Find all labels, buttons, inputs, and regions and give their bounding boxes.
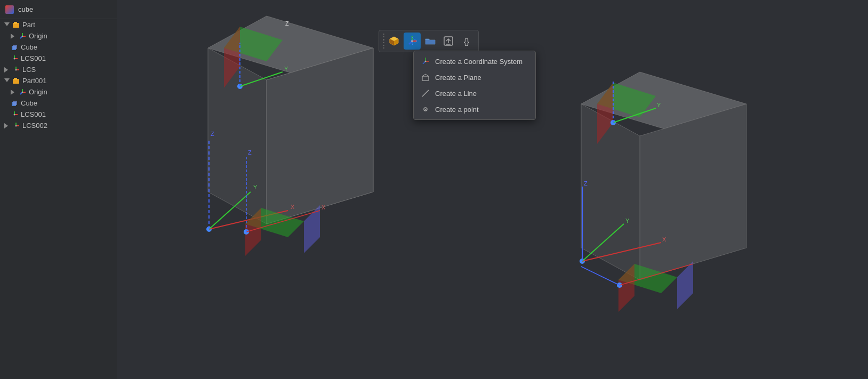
tree-item-cube2[interactable]: Cube bbox=[0, 98, 117, 109]
tree-label-lcs001: LCS001 bbox=[21, 54, 46, 62]
tree-label-origin1: Origin bbox=[29, 32, 47, 40]
svg-text:Z: Z bbox=[285, 20, 289, 27]
menu-item-create-point[interactable]: Create a point bbox=[414, 101, 535, 117]
menu-label-create-plane: Create a Plane bbox=[435, 74, 481, 82]
tree-label-part001: Part001 bbox=[22, 77, 47, 85]
expand-arrow-origin bbox=[11, 34, 16, 39]
tree-item-part[interactable]: Part bbox=[0, 19, 117, 30]
app-title: cube bbox=[18, 5, 33, 13]
menu-item-create-line[interactable]: Create a Line bbox=[414, 85, 535, 101]
origin-icon bbox=[19, 33, 26, 40]
menu-label-create-coord-system: Create a Coordinate System bbox=[435, 58, 523, 66]
svg-rect-7 bbox=[13, 45, 17, 49]
tree-label-origin2: Origin bbox=[29, 88, 47, 96]
cube-icon-2 bbox=[11, 100, 18, 107]
tree-item-origin2[interactable]: Origin bbox=[0, 86, 117, 98]
svg-text:Y: Y bbox=[625, 217, 630, 224]
tree-label-part: Part bbox=[22, 21, 35, 29]
menu-label-create-point: Create a point bbox=[435, 106, 479, 114]
export-toolbar-icon bbox=[443, 35, 454, 47]
svg-point-13 bbox=[15, 69, 17, 70]
tree-item-cube1[interactable]: Cube bbox=[0, 42, 117, 53]
part-toolbar-icon bbox=[388, 35, 400, 47]
svg-text:Y: Y bbox=[284, 66, 288, 72]
expand-arrow-origin2 bbox=[11, 90, 16, 95]
coord-system-menu-icon bbox=[421, 57, 430, 66]
part001-icon bbox=[12, 77, 20, 85]
svg-text:Z: Z bbox=[248, 149, 252, 156]
toolbar-lcs-button[interactable] bbox=[404, 33, 421, 50]
svg-point-27 bbox=[15, 125, 17, 126]
toolbar-folder-button[interactable] bbox=[422, 33, 439, 50]
expand-arrow-lcs002 bbox=[4, 123, 10, 128]
lcs-tree-icon bbox=[12, 66, 20, 74]
tree-item-lcs001b[interactable]: LCS001 bbox=[0, 109, 117, 120]
toolbar-part-button[interactable] bbox=[385, 33, 403, 50]
tree-item-lcs002[interactable]: LCS002 bbox=[0, 120, 117, 131]
point-menu-icon bbox=[421, 105, 430, 114]
svg-line-96 bbox=[422, 90, 429, 96]
menu-item-create-plane[interactable]: Create a Plane bbox=[414, 69, 535, 85]
lcs-toolbar-icon bbox=[406, 35, 418, 47]
svg-text:Y: Y bbox=[253, 184, 258, 190]
menu-item-create-coord-system[interactable]: Create a Coordinate System bbox=[414, 53, 535, 69]
part-icon bbox=[12, 21, 20, 29]
menu-label-create-line: Create a Line bbox=[435, 90, 477, 98]
lcs001-icon bbox=[11, 55, 18, 62]
app-icon bbox=[5, 5, 14, 14]
svg-text:Z: Z bbox=[211, 131, 214, 137]
svg-line-94 bbox=[422, 74, 425, 76]
tree-item-lcs001[interactable]: LCS001 bbox=[0, 53, 117, 64]
tree-label-lcs002: LCS002 bbox=[22, 122, 47, 130]
tree-item-part001[interactable]: Part001 bbox=[0, 75, 117, 86]
toolbar-drag-handle[interactable] bbox=[382, 34, 384, 49]
titlebar: cube bbox=[0, 0, 117, 19]
svg-text:X: X bbox=[662, 236, 666, 243]
svg-rect-21 bbox=[13, 101, 17, 105]
expand-arrow-part001 bbox=[4, 78, 10, 84]
lcs001b-icon bbox=[11, 111, 18, 118]
lcs002-icon bbox=[12, 122, 20, 130]
svg-text:Y: Y bbox=[657, 102, 661, 108]
origin2-icon bbox=[19, 88, 26, 96]
line-menu-icon bbox=[421, 89, 430, 98]
toolbar-export-button[interactable] bbox=[440, 33, 457, 50]
code-icon: {} bbox=[464, 37, 469, 46]
tree-item-lcs[interactable]: LCS bbox=[0, 64, 117, 75]
expand-arrow bbox=[4, 22, 10, 28]
svg-rect-1 bbox=[14, 22, 17, 24]
svg-point-98 bbox=[425, 109, 426, 110]
tree-area: Part Origin Cube LCS001 bbox=[0, 19, 117, 379]
svg-point-24 bbox=[14, 114, 15, 115]
svg-line-95 bbox=[425, 74, 429, 76]
svg-point-10 bbox=[14, 58, 15, 59]
plane-menu-icon bbox=[421, 73, 430, 82]
svg-point-19 bbox=[22, 91, 23, 93]
dropdown-menu: Create a Coordinate System Create a Plan… bbox=[413, 51, 536, 120]
svg-text:X: X bbox=[291, 204, 295, 210]
svg-text:X: X bbox=[322, 204, 326, 211]
tree-label-cube1: Cube bbox=[21, 43, 37, 51]
svg-rect-15 bbox=[14, 78, 17, 80]
tree-item-origin1[interactable]: Origin bbox=[0, 30, 117, 42]
svg-text:Z: Z bbox=[584, 180, 588, 187]
tree-label-lcs: LCS bbox=[22, 66, 36, 74]
folder-toolbar-icon bbox=[424, 35, 436, 47]
svg-point-92 bbox=[425, 61, 427, 62]
tree-label-cube2: Cube bbox=[21, 99, 37, 107]
cube-icon-1 bbox=[11, 44, 18, 51]
svg-rect-93 bbox=[422, 76, 429, 80]
svg-point-5 bbox=[22, 35, 23, 37]
expand-arrow-lcs bbox=[4, 67, 10, 72]
toolbar: {} bbox=[379, 30, 479, 52]
tree-label-lcs001b: LCS001 bbox=[21, 110, 46, 118]
toolbar-code-button[interactable]: {} bbox=[458, 33, 475, 50]
